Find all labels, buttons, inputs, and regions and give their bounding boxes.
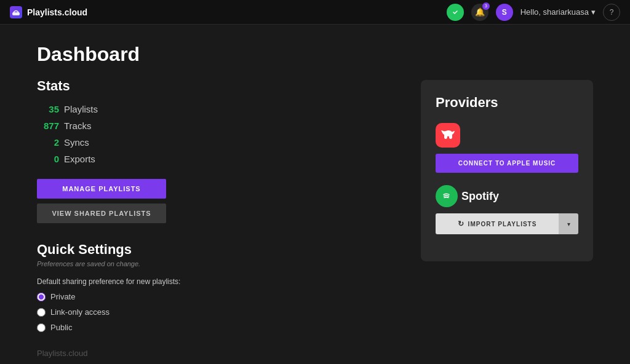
footer-text: Playlists.cloud [37, 349, 87, 358]
apple-music-provider: CONNECT TO APPLE MUSIC [436, 123, 578, 173]
help-button[interactable]: ? [603, 4, 620, 21]
spotify-logo: Spotify [436, 185, 578, 207]
quick-settings-section: Quick Settings Preferences are saved on … [37, 242, 396, 332]
brand-logo[interactable]: Playlists.cloud [10, 6, 87, 18]
providers-card: Providers CONNECT TO APPLE MUSIC [421, 80, 593, 261]
view-shared-playlists-button[interactable]: VIEW SHARED PLAYLISTS [37, 204, 166, 223]
chevron-down-icon: ▾ [591, 7, 596, 17]
stat-syncs-number: 2 [37, 137, 59, 148]
stat-playlists-label: Playlists [64, 104, 98, 114]
radio-link[interactable]: Link-only access [37, 307, 396, 317]
stat-tracks-number: 877 [37, 121, 59, 131]
brand-icon [10, 6, 22, 18]
spotify-provider: Spotify ↻ IMPORT PLAYLISTS ▾ [436, 185, 578, 234]
chevron-down-icon: ▾ [567, 221, 570, 228]
providers-title: Providers [436, 95, 578, 111]
quick-settings-subtitle: Preferences are saved on change. [37, 260, 396, 267]
left-panel: Dashboard Stats 35 Playlists 877 Tracks … [37, 43, 396, 338]
manage-playlists-button[interactable]: MANAGE PLAYLISTS [37, 179, 166, 199]
radio-private-input[interactable] [37, 293, 46, 301]
avatar-letter: S [502, 8, 507, 17]
stats-title: Stats [37, 78, 396, 94]
brand-name: Playlists.cloud [27, 7, 87, 17]
connect-apple-music-button[interactable]: CONNECT TO APPLE MUSIC [436, 154, 578, 173]
radio-public-label: Public [50, 323, 72, 332]
stat-playlists: 35 Playlists [37, 104, 396, 114]
radio-public[interactable]: Public [37, 323, 396, 332]
sharing-field-label: Default sharing preference for new playl… [37, 277, 396, 286]
page-title: Dashboard [37, 43, 396, 66]
radio-link-label: Link-only access [50, 307, 110, 317]
navbar: Playlists.cloud 🔔 3 S Hello, shariarkuas… [0, 0, 630, 25]
main-content: Dashboard Stats 35 Playlists 877 Tracks … [0, 25, 630, 357]
notification-badge: 3 [482, 2, 490, 10]
radio-private-label: Private [50, 292, 75, 301]
stat-tracks-label: Tracks [64, 121, 91, 131]
spotify-icon [436, 185, 458, 207]
notifications-button[interactable]: 🔔 3 [471, 4, 488, 21]
stat-syncs: 2 Syncs [37, 137, 396, 148]
user-greeting[interactable]: Hello, shariarkuasa ▾ [520, 7, 596, 17]
radio-private[interactable]: Private [37, 292, 396, 301]
stat-exports-number: 0 [37, 154, 59, 164]
apple-music-icon [436, 123, 460, 148]
stat-exports: 0 Exports [37, 154, 396, 164]
svg-rect-0 [12, 12, 20, 15]
import-playlists-row: ↻ IMPORT PLAYLISTS ▾ [436, 213, 578, 234]
radio-public-input[interactable] [37, 323, 46, 332]
import-playlists-button[interactable]: ↻ IMPORT PLAYLISTS [436, 213, 559, 234]
status-button[interactable] [447, 4, 464, 21]
avatar-button[interactable]: S [496, 4, 513, 21]
spotify-name: Spotify [461, 190, 499, 203]
import-playlists-dropdown-button[interactable]: ▾ [559, 213, 578, 234]
right-panel: Providers CONNECT TO APPLE MUSIC [421, 80, 593, 338]
help-icon: ? [610, 8, 614, 17]
stat-playlists-number: 35 [37, 104, 59, 114]
stat-exports-label: Exports [64, 154, 95, 164]
stat-syncs-label: Syncs [64, 137, 89, 148]
navbar-right: 🔔 3 S Hello, shariarkuasa ▾ ? [447, 4, 620, 21]
stats-list: 35 Playlists 877 Tracks 2 Syncs 0 Export… [37, 104, 396, 164]
quick-settings-title: Quick Settings [37, 242, 396, 258]
stat-tracks: 877 Tracks [37, 121, 396, 131]
radio-link-input[interactable] [37, 308, 46, 317]
footer: Playlists.cloud [37, 349, 87, 358]
refresh-icon: ↻ [458, 220, 465, 228]
